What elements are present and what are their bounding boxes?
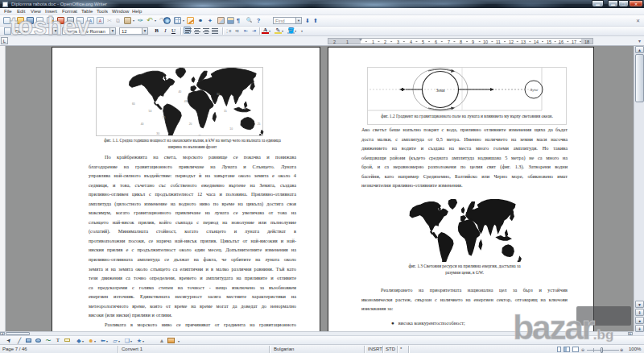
- svg-text:40: 40: [141, 121, 144, 126]
- svg-text:48: 48: [184, 99, 188, 104]
- svg-text:25: 25: [258, 121, 261, 126]
- svg-text:60: 60: [132, 102, 135, 106]
- svg-text:50: 50: [149, 109, 152, 114]
- svg-text:15: 15: [224, 109, 227, 114]
- svg-text:30: 30: [156, 131, 159, 135]
- svg-text:Луна: Луна: [530, 88, 537, 92]
- svg-text:40: 40: [178, 89, 181, 94]
- svg-text:15: 15: [163, 115, 166, 120]
- svg-text:30: 30: [217, 92, 220, 97]
- svg-text:40: 40: [198, 133, 201, 135]
- svg-text:Земя: Земя: [436, 88, 445, 93]
- svg-text:12: 12: [243, 106, 246, 111]
- svg-text:10: 10: [229, 126, 233, 131]
- svg-text:20: 20: [189, 121, 192, 126]
